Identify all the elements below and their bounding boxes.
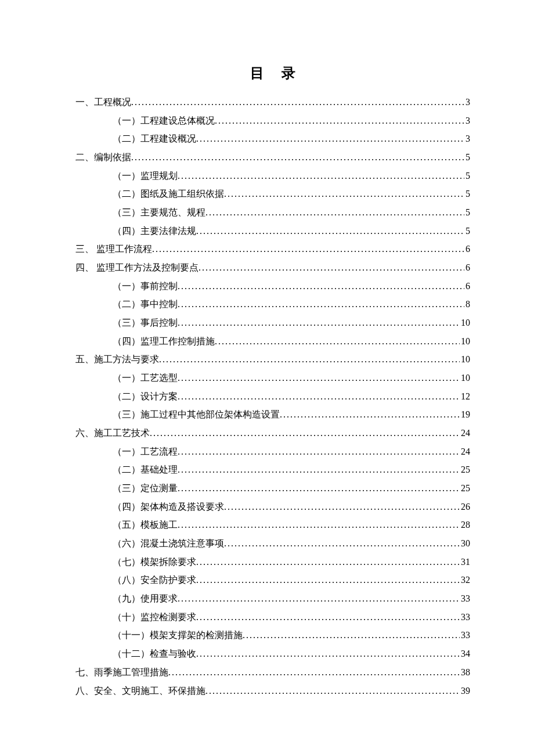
toc-entry-label: （三）主要规范、规程 bbox=[113, 203, 205, 222]
toc-leader-dots bbox=[199, 258, 464, 277]
toc-entry[interactable]: （二）基础处理25 bbox=[75, 460, 470, 479]
toc-entry[interactable]: （三）事后控制10 bbox=[75, 314, 470, 332]
toc-entry[interactable]: （四）监理工作控制措施10 bbox=[75, 332, 470, 351]
toc-entry-page: 19 bbox=[460, 405, 470, 424]
toc-entry-page: 12 bbox=[460, 387, 470, 406]
toc-leader-dots bbox=[224, 534, 460, 553]
toc-entry[interactable]: （一）事前控制6 bbox=[75, 277, 470, 296]
toc-entry[interactable]: （二）事中控制8 bbox=[75, 295, 470, 314]
toc-entry[interactable]: 五、施工方法与要求10 bbox=[75, 350, 470, 369]
toc-leader-dots bbox=[205, 682, 460, 700]
toc-entry-page: 6 bbox=[464, 258, 470, 277]
toc-leader-dots bbox=[131, 148, 464, 167]
toc-entry[interactable]: （十二）检查与验收34 bbox=[75, 645, 470, 663]
toc-entry-label: （六）混凝土浇筑注意事项 bbox=[113, 534, 224, 553]
toc-entry-label: （三）定位测量 bbox=[113, 479, 178, 498]
toc-entry[interactable]: （三）主要规范、规程5 bbox=[75, 203, 470, 222]
toc-entry-label: （二）设计方案 bbox=[113, 387, 178, 406]
toc-entry[interactable]: 二、编制依据5 bbox=[75, 148, 470, 167]
toc-leader-dots bbox=[224, 185, 464, 203]
toc-entry-label: （一）工程建设总体概况 bbox=[113, 111, 215, 130]
toc-leader-dots bbox=[178, 387, 460, 406]
toc-entry-label: 五、施工方法与要求 bbox=[75, 350, 159, 369]
toc-entry-page: 24 bbox=[460, 442, 470, 461]
toc-entry-page: 3 bbox=[464, 93, 470, 111]
toc-entry[interactable]: （九）使用要求33 bbox=[75, 589, 470, 608]
toc-entry-page: 6 bbox=[464, 277, 470, 296]
toc-title: 目录 bbox=[75, 64, 470, 82]
toc-leader-dots bbox=[168, 663, 460, 682]
toc-entry-label: （十一）模架支撑架的检测措施 bbox=[113, 626, 243, 645]
toc-leader-dots bbox=[178, 369, 460, 387]
toc-leader-dots bbox=[243, 626, 460, 645]
toc-entry-label: （四）监理工作控制措施 bbox=[113, 332, 215, 351]
toc-entry[interactable]: （三）施工过程中其他部位架体构造设置19 bbox=[75, 405, 470, 424]
toc-leader-dots bbox=[178, 479, 460, 498]
toc-entry-label: 一、工程概况 bbox=[75, 93, 131, 111]
toc-entry[interactable]: （一）工艺选型10 bbox=[75, 369, 470, 387]
toc-entry-page: 39 bbox=[460, 682, 470, 700]
toc-entry[interactable]: 六、施工工艺技术24 bbox=[75, 424, 470, 442]
toc-leader-dots bbox=[152, 240, 464, 258]
toc-entry-page: 24 bbox=[460, 424, 470, 442]
toc-entry[interactable]: （六）混凝土浇筑注意事项30 bbox=[75, 534, 470, 553]
toc-entry-page: 31 bbox=[460, 553, 470, 571]
toc-entry[interactable]: （七）模架拆除要求31 bbox=[75, 553, 470, 571]
toc-leader-dots bbox=[224, 498, 460, 516]
toc-entry[interactable]: 四、 监理工作方法及控制要点6 bbox=[75, 258, 470, 277]
toc-entry-page: 5 bbox=[464, 148, 470, 167]
toc-entry-label: （二）工程建设概况 bbox=[113, 129, 196, 148]
toc-entry-page: 10 bbox=[460, 369, 470, 387]
toc-entry[interactable]: 一、工程概况3 bbox=[75, 93, 470, 111]
toc-entry[interactable]: （三）定位测量25 bbox=[75, 479, 470, 498]
toc-entry[interactable]: （四）主要法律法规5 bbox=[75, 222, 470, 240]
toc-entry[interactable]: （一）监理规划5 bbox=[75, 167, 470, 185]
toc-entry-label: （二）图纸及施工组织依据 bbox=[113, 185, 224, 203]
toc-entry[interactable]: 七、雨季施工管理措施38 bbox=[75, 663, 470, 682]
toc-entry-page: 10 bbox=[460, 314, 470, 332]
toc-entry-page: 25 bbox=[460, 460, 470, 479]
toc-leader-dots bbox=[196, 129, 464, 148]
toc-entry[interactable]: （五）模板施工28 bbox=[75, 516, 470, 534]
toc-leader-dots bbox=[196, 645, 460, 663]
toc-entry-page: 25 bbox=[460, 479, 470, 498]
toc-entry[interactable]: （一）工艺流程24 bbox=[75, 442, 470, 461]
toc-leader-dots bbox=[178, 277, 464, 296]
toc-leader-dots bbox=[159, 350, 460, 369]
toc-entry-label: （一）监理规划 bbox=[113, 167, 178, 185]
toc-leader-dots bbox=[178, 589, 460, 608]
toc-entry-page: 38 bbox=[460, 663, 470, 682]
toc-entry[interactable]: （四）架体构造及搭设要求26 bbox=[75, 498, 470, 516]
toc-entry-page: 33 bbox=[460, 589, 470, 608]
toc-entry[interactable]: （二）设计方案12 bbox=[75, 387, 470, 406]
toc-entry[interactable]: （二）图纸及施工组织依据5 bbox=[75, 185, 470, 203]
toc-entry-label: （九）使用要求 bbox=[113, 589, 178, 608]
toc-entry[interactable]: 三、 监理工作流程6 bbox=[75, 240, 470, 258]
toc-leader-dots bbox=[178, 442, 460, 461]
toc-entry-label: （三）事后控制 bbox=[113, 314, 178, 332]
toc-entry-page: 26 bbox=[460, 498, 470, 516]
toc-entry-label: 四、 监理工作方法及控制要点 bbox=[75, 258, 199, 277]
toc-entry[interactable]: （二）工程建设概况3 bbox=[75, 129, 470, 148]
toc-leader-dots bbox=[196, 571, 460, 589]
toc-entry-label: （一）事前控制 bbox=[113, 277, 178, 296]
toc-entry-page: 10 bbox=[460, 332, 470, 351]
toc-leader-dots bbox=[178, 516, 460, 534]
toc-entry[interactable]: （一）工程建设总体概况3 bbox=[75, 111, 470, 130]
toc-entry[interactable]: 八、安全、文明施工、环保措施39 bbox=[75, 682, 470, 700]
toc-leader-dots bbox=[280, 405, 460, 424]
document-page: 目录 一、工程概况3（一）工程建设总体概况3（二）工程建设概况3二、编制依据5（… bbox=[0, 0, 534, 735]
toc-entry[interactable]: （八）安全防护要求32 bbox=[75, 571, 470, 589]
toc-entry-label: （四）架体构造及搭设要求 bbox=[113, 498, 224, 516]
toc-leader-dots bbox=[215, 332, 460, 351]
toc-entry-label: （五）模板施工 bbox=[113, 516, 178, 534]
toc-entry-label: 八、安全、文明施工、环保措施 bbox=[75, 682, 205, 700]
toc-entry-page: 30 bbox=[460, 534, 470, 553]
toc-entry-page: 5 bbox=[464, 185, 470, 203]
toc-entry-label: （三）施工过程中其他部位架体构造设置 bbox=[113, 405, 280, 424]
toc-leader-dots bbox=[196, 553, 460, 571]
toc-entry[interactable]: （十一）模架支撑架的检测措施33 bbox=[75, 626, 470, 645]
toc-entry-label: 六、施工工艺技术 bbox=[75, 424, 150, 442]
toc-entry-label: （十）监控检测要求 bbox=[113, 608, 196, 627]
toc-entry[interactable]: （十）监控检测要求33 bbox=[75, 608, 470, 627]
